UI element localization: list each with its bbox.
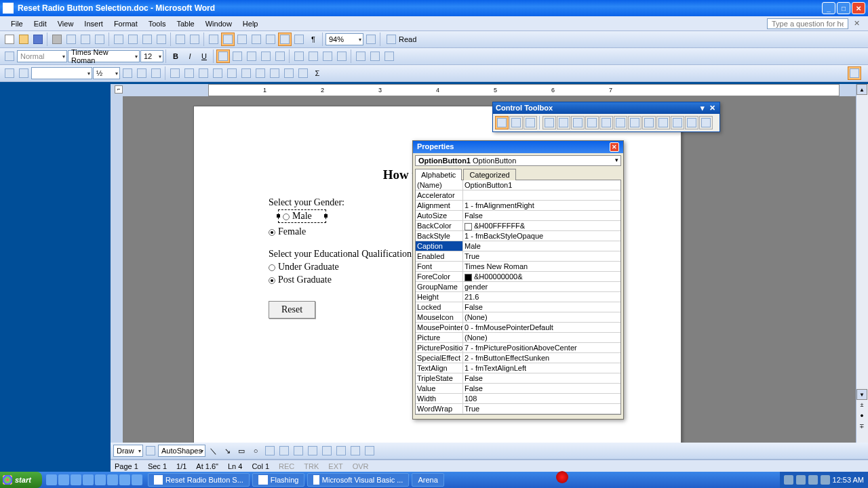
browse-prev-button[interactable]: ±: [856, 401, 867, 412]
border-color-button[interactable]: [121, 66, 134, 80]
property-value[interactable]: False: [463, 302, 620, 312]
property-value[interactable]: Times New Roman: [463, 262, 620, 271]
textbox-control-button[interactable]: [557, 116, 570, 129]
read-button[interactable]: Read: [383, 33, 422, 46]
properties-window[interactable]: Properties ✕ OptionButton1 OptionButton …: [412, 140, 624, 420]
ql-icon[interactable]: [132, 474, 142, 485]
distribute-cols-button[interactable]: [239, 66, 253, 80]
draw-menu[interactable]: Draw: [113, 445, 143, 457]
properties-close-button[interactable]: ✕: [610, 142, 619, 152]
ql-icon[interactable]: [58, 474, 69, 485]
clock[interactable]: 12:53 AM: [833, 476, 864, 484]
distribute-rows-button[interactable]: [225, 66, 239, 80]
property-row[interactable]: TripleStateFalse: [416, 373, 620, 384]
property-row[interactable]: Alignment1 - fmAlignmentRight: [416, 201, 620, 211]
diagram-button[interactable]: [292, 444, 305, 458]
menu-edit[interactable]: Edit: [28, 18, 52, 29]
copy-button[interactable]: [126, 33, 140, 46]
property-value[interactable]: &H00000000&: [463, 272, 620, 281]
save-button[interactable]: [31, 33, 45, 46]
combobox-control-button[interactable]: [614, 116, 627, 129]
italic-button[interactable]: I: [183, 49, 197, 63]
property-row[interactable]: PicturePosition7 - fmPicturePositionAbov…: [416, 343, 620, 353]
status-ext[interactable]: EXT: [328, 462, 342, 470]
image-control-button[interactable]: [685, 116, 698, 129]
insert-table-button[interactable]: [235, 33, 249, 46]
control-toolbox-close[interactable]: ✕: [707, 104, 717, 113]
ql-icon[interactable]: [46, 474, 57, 485]
toggle-control-button[interactable]: [628, 116, 642, 129]
property-row[interactable]: BackStyle1 - fmBackStyleOpaque: [416, 231, 620, 241]
undo-button[interactable]: [174, 33, 187, 46]
align-center-button[interactable]: [231, 49, 244, 63]
split-cells-button[interactable]: [197, 66, 210, 80]
property-row[interactable]: Accelerator: [416, 190, 620, 201]
property-row[interactable]: Picture(None): [416, 333, 620, 343]
checkbox-control-button[interactable]: [542, 116, 556, 129]
research-button[interactable]: [93, 33, 106, 46]
property-value[interactable]: (None): [463, 333, 620, 342]
status-rec[interactable]: REC: [279, 462, 294, 470]
font-combo[interactable]: Times New Roman: [68, 50, 140, 62]
help-search-input[interactable]: [767, 18, 848, 29]
property-row[interactable]: SpecialEffect2 - fmButtonEffectSunken: [416, 353, 620, 363]
property-value[interactable]: Male: [463, 241, 620, 251]
outside-border-button[interactable]: [135, 66, 149, 80]
tray-icon[interactable]: [784, 475, 793, 485]
cut-button[interactable]: [112, 33, 125, 46]
status-ovr[interactable]: OVR: [353, 462, 369, 470]
control-toolbox-window[interactable]: Control Toolbox ▾ ✕: [492, 102, 720, 132]
bullets-button[interactable]: [307, 49, 320, 63]
status-trk[interactable]: TRK: [304, 462, 319, 470]
eraser-button[interactable]: [17, 66, 31, 80]
open-button[interactable]: [17, 33, 31, 46]
property-row[interactable]: CaptionMale: [416, 241, 620, 251]
print-preview-button[interactable]: [64, 33, 78, 46]
control-toolbox-dropdown[interactable]: ▾: [698, 104, 707, 113]
property-value[interactable]: 21.6: [463, 292, 620, 302]
more-controls-button[interactable]: [699, 116, 713, 129]
taskbar-item-word[interactable]: Reset Radio Button S...: [148, 473, 250, 487]
property-row[interactable]: BackColor&H00FFFFFF&: [416, 221, 620, 231]
ql-icon[interactable]: [107, 474, 118, 485]
new-doc-button[interactable]: [3, 33, 16, 46]
line-style-combo[interactable]: [31, 67, 92, 79]
doc-map-button[interactable]: [292, 33, 306, 46]
property-value[interactable]: [463, 190, 620, 200]
ql-icon[interactable]: [83, 474, 94, 485]
borders-button[interactable]: [354, 49, 368, 63]
line-weight-combo[interactable]: ½: [93, 67, 120, 79]
line-spacing-button[interactable]: [273, 49, 287, 63]
redo-button[interactable]: [188, 33, 201, 46]
option-male-selected[interactable]: Male: [278, 209, 326, 223]
scrollbar-control-button[interactable]: [656, 116, 670, 129]
menu-insert[interactable]: Insert: [79, 18, 108, 29]
menu-view[interactable]: View: [52, 18, 79, 29]
line-color-button[interactable]: [349, 444, 362, 458]
close-button[interactable]: ✕: [852, 2, 865, 14]
align-left-button[interactable]: [216, 49, 230, 63]
textbox-button[interactable]: [263, 444, 277, 458]
property-value[interactable]: OptionButton1: [463, 180, 620, 190]
properties-grid[interactable]: (Name)OptionButton1AcceleratorAlignment1…: [415, 180, 621, 415]
merge-cells-button[interactable]: [182, 66, 196, 80]
sort-asc-button[interactable]: [282, 66, 296, 80]
property-value[interactable]: True: [463, 251, 620, 261]
sort-desc-button[interactable]: [296, 66, 310, 80]
properties-button[interactable]: [509, 116, 523, 129]
property-value[interactable]: gender: [463, 282, 620, 291]
spell-check-button[interactable]: [79, 33, 92, 46]
property-value[interactable]: False: [463, 384, 620, 393]
property-row[interactable]: WordWrapTrue: [416, 404, 620, 414]
property-row[interactable]: AutoSizeFalse: [416, 211, 620, 221]
command-control-button[interactable]: [571, 116, 585, 129]
property-row[interactable]: Height21.6: [416, 292, 620, 302]
exit-design-mode-button[interactable]: [848, 66, 861, 80]
rectangle-button[interactable]: ▭: [235, 444, 248, 458]
property-row[interactable]: LockedFalse: [416, 302, 620, 312]
minimize-button[interactable]: _: [822, 2, 835, 14]
properties-object-selector[interactable]: OptionButton1 OptionButton: [415, 155, 621, 166]
property-row[interactable]: EnabledTrue: [416, 251, 620, 262]
scroll-down-button[interactable]: ▼: [856, 389, 867, 400]
label-control-button[interactable]: [671, 116, 684, 129]
